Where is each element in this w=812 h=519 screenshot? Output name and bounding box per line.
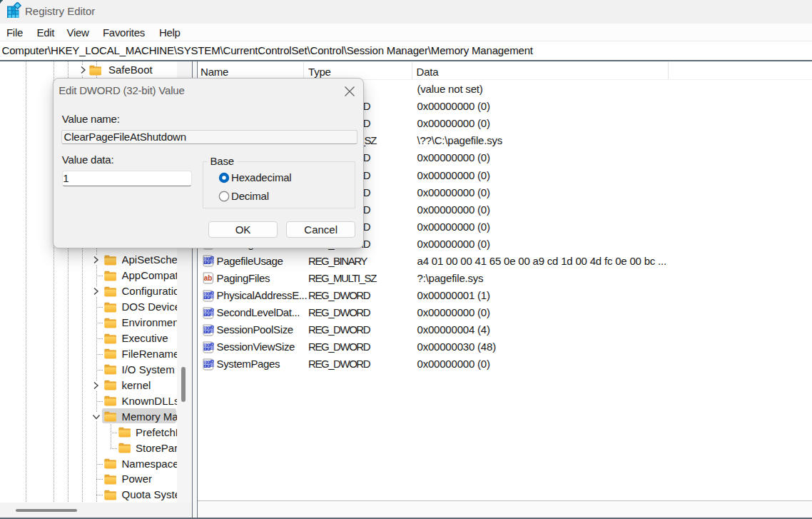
svg-text:ab: ab [204,274,213,282]
